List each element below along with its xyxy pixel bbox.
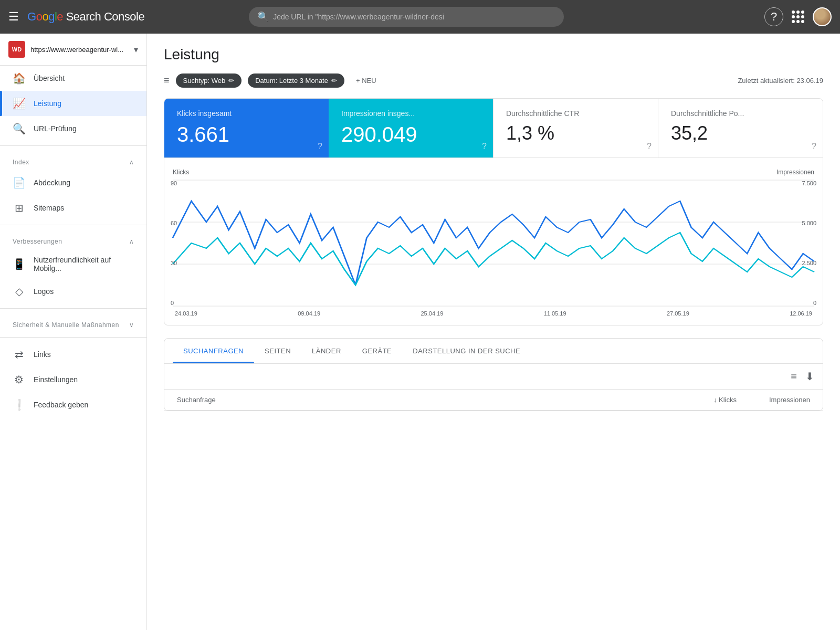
trending-up-icon: 📈 [13, 97, 25, 110]
metric-cards: Klicks insgesamt 3.661 ? Impressionen in… [164, 98, 823, 158]
sidebar-item-feedback[interactable]: ❕ Feedback geben [0, 392, 146, 417]
feedback-icon: ❕ [13, 398, 25, 411]
metric-label: Klicks insgesamt [177, 109, 316, 118]
site-dropdown-icon: ▾ [134, 45, 138, 55]
sidebar-item-logos[interactable]: ◇ Logos [0, 279, 146, 304]
filter-chip-suchtyp[interactable]: Suchtyp: Web ✏ [176, 74, 242, 88]
sidebar-item-links[interactable]: ⇄ Links [0, 342, 146, 367]
search-icon: 🔍 [257, 11, 269, 23]
sidebar-item-label: Leistung [34, 99, 61, 108]
sidebar-item-label: Übersicht [34, 74, 65, 82]
menu-icon[interactable]: ☰ [8, 10, 19, 24]
home-icon: 🏠 [13, 72, 25, 85]
site-selector[interactable]: WD https://www.werbeagentur-wi... ▾ [0, 34, 146, 66]
metric-value: 35,2 [671, 122, 810, 144]
add-filter-button[interactable]: + NEU [351, 74, 382, 88]
settings-icon: ⚙ [13, 373, 25, 386]
filter-bar: ≡ Suchtyp: Web ✏ Datum: Letzte 3 Monate … [164, 74, 823, 88]
section-index[interactable]: Index ∧ [0, 150, 146, 170]
description-icon: 📄 [13, 176, 25, 189]
tab-suchanfragen[interactable]: SUCHANFRAGEN [173, 339, 254, 363]
sidebar-item-einstellungen[interactable]: ⚙ Einstellungen [0, 367, 146, 392]
metric-value: 290.049 [341, 122, 480, 147]
divider [0, 308, 146, 309]
sidebar-item-label: Einstellungen [34, 375, 78, 384]
sitemap-icon: ⊞ [13, 202, 25, 214]
chart-container: Klicks Impressionen 90 60 30 0 7.500 5.0… [164, 158, 823, 326]
share-icon: ⇄ [13, 348, 25, 361]
col-header-query: Suchanfrage [177, 396, 674, 404]
edit-icon: ✏ [331, 77, 337, 85]
sidebar-item-uebersicht[interactable]: 🏠 Übersicht [0, 66, 146, 91]
sidebar-item-label: Links [34, 350, 51, 359]
help-button[interactable]: ? [764, 7, 783, 26]
avatar[interactable] [813, 7, 832, 26]
tabs-section: SUCHANFRAGEN SEITEN LÄNDER GERÄTE DARSTE… [164, 338, 823, 411]
sidebar-item-label: Logos [34, 287, 54, 296]
topbar: ☰ Google Search Console 🔍 ? [0, 0, 840, 34]
tabs-toolbar: ≡ ⬇ [164, 364, 823, 390]
metric-card-position[interactable]: Durchschnittliche Po... 35,2 ? [658, 99, 823, 158]
topbar-right: ? [764, 7, 832, 26]
filter-chip-datum[interactable]: Datum: Letzte 3 Monate ✏ [248, 74, 344, 88]
metric-card-ctr[interactable]: Durchschnittliche CTR 1,3 % ? [493, 99, 658, 158]
sidebar-item-mobile[interactable]: 📱 Nutzerfreundlichkeit auf Mobilg... [0, 249, 146, 279]
section-sicherheit[interactable]: Sicherheit & Manuelle Maßnahmen ∨ [0, 313, 146, 333]
sidebar-item-label: Nutzerfreundlichkeit auf Mobilg... [34, 256, 134, 272]
metric-label: Impressionen insges... [341, 109, 480, 118]
sidebar-item-abdeckung[interactable]: 📄 Abdeckung [0, 170, 146, 195]
download-icon[interactable]: ⬇ [805, 370, 814, 383]
metric-help-icon[interactable]: ? [812, 142, 816, 151]
metric-help-icon[interactable]: ? [647, 142, 652, 151]
filter-icon[interactable]: ≡ [164, 75, 170, 86]
chart-y-left-label: Klicks [173, 169, 189, 176]
divider [0, 145, 146, 146]
app-logo: Google Search Console [27, 10, 144, 24]
metric-card-impressionen[interactable]: Impressionen insges... 290.049 ? [329, 99, 493, 158]
layout: WD https://www.werbeagentur-wi... ▾ 🏠 Üb… [0, 34, 840, 630]
sidebar-item-sitemaps[interactable]: ⊞ Sitemaps [0, 195, 146, 220]
metric-help-icon[interactable]: ? [482, 142, 487, 151]
section-verbesserungen[interactable]: Verbesserungen ∧ [0, 229, 146, 249]
tabs-bar: SUCHANFRAGEN SEITEN LÄNDER GERÄTE DARSTE… [164, 339, 823, 364]
metric-value: 1,3 % [506, 122, 645, 144]
layers-icon: ◇ [13, 285, 25, 298]
metric-label: Durchschnittliche Po... [671, 109, 810, 118]
x-label: 27.05.19 [667, 310, 689, 317]
sidebar-item-label: Abdeckung [34, 178, 70, 187]
sidebar-item-label: Sitemaps [34, 204, 64, 212]
edit-icon: ✏ [228, 77, 234, 85]
filter-chip-label: Suchtyp: Web [183, 77, 226, 85]
sidebar-item-url-pruefung[interactable]: 🔍 URL-Prüfung [0, 116, 146, 141]
page-title: Leistung [164, 46, 823, 63]
tab-geraete[interactable]: GERÄTE [352, 339, 402, 363]
search-bar[interactable]: 🔍 [249, 7, 564, 27]
col-header-impressions: Impressionen [737, 396, 810, 404]
search-input[interactable] [273, 13, 555, 21]
x-label: 09.04.19 [298, 310, 320, 317]
x-label: 25.04.19 [421, 310, 443, 317]
main-content: Leistung ≡ Suchtyp: Web ✏ Datum: Letzte … [147, 34, 840, 630]
search-nav-icon: 🔍 [13, 122, 25, 135]
col-header-clicks: ↓ Klicks [674, 396, 737, 404]
chart-svg [173, 180, 814, 306]
sidebar-item-label: Feedback geben [34, 401, 88, 409]
table-header: Suchanfrage ↓ Klicks Impressionen [164, 390, 823, 411]
chart-x-labels: 24.03.19 09.04.19 25.04.19 11.05.19 27.0… [173, 310, 814, 317]
chart-y-right-label: Impressionen [776, 169, 814, 176]
chart-area: 90 60 30 0 7.500 5.000 2.500 0 [173, 180, 814, 306]
metric-card-klicks[interactable]: Klicks insgesamt 3.661 ? [164, 99, 329, 158]
filter-chip-label: Datum: Letzte 3 Monate [255, 77, 328, 85]
last-update: Zuletzt aktualisiert: 23.06.19 [738, 77, 823, 85]
tab-darstellung[interactable]: DARSTELLUNG IN DER SUCHE [402, 339, 531, 363]
sidebar-item-label: URL-Prüfung [34, 124, 77, 133]
metric-help-icon[interactable]: ? [318, 142, 322, 151]
apps-button[interactable] [792, 10, 804, 23]
chart-header: Klicks Impressionen [173, 169, 814, 176]
tab-seiten[interactable]: SEITEN [254, 339, 301, 363]
sidebar: WD https://www.werbeagentur-wi... ▾ 🏠 Üb… [0, 34, 147, 630]
sidebar-item-leistung[interactable]: 📈 Leistung [0, 91, 146, 116]
filter-toolbar-icon[interactable]: ≡ [791, 370, 797, 383]
tab-laender[interactable]: LÄNDER [301, 339, 352, 363]
divider [0, 225, 146, 225]
